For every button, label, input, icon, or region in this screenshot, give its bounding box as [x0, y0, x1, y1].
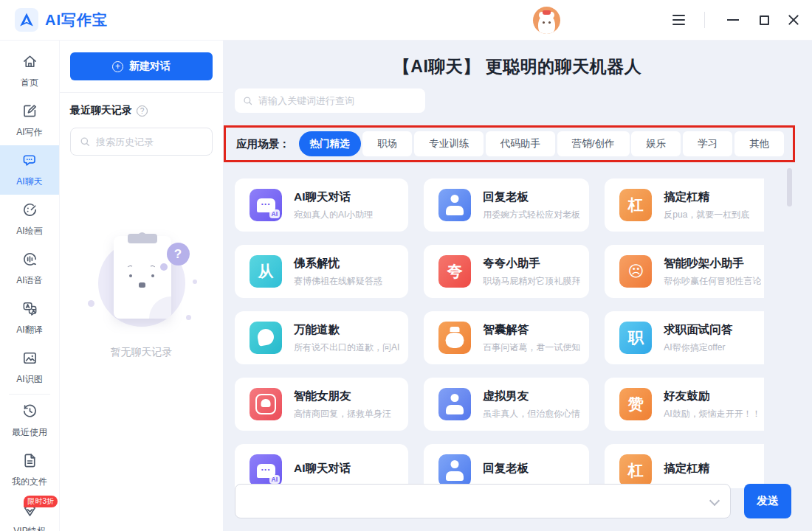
history-search-box: [70, 128, 213, 156]
home-icon: [21, 53, 38, 73]
message-composer: 发送: [235, 484, 791, 518]
card-subtitle: 职场马屁精对它顶礼膜拜: [483, 275, 580, 288]
tab-pro-training[interactable]: 专业训练: [414, 131, 484, 156]
card-subtitle: AI帮你搞定offer: [664, 341, 732, 354]
card-subtitle: 帮你吵赢任何冒犯性言论: [664, 275, 761, 288]
mascot-body: [538, 14, 555, 34]
scenario-label: 应用场景：: [236, 137, 290, 151]
pencil-square-icon: [21, 103, 38, 122]
sidebar-item-ai-vision[interactable]: AI识图: [0, 343, 59, 392]
card-virtual-boyfriend[interactable]: 虚拟男友 虽非真人，但治愈你心情: [424, 378, 589, 431]
sidebar-item-my-files[interactable]: 我的文件: [0, 445, 59, 495]
card-title: 回复老板: [483, 190, 580, 205]
palette-face-icon: [21, 201, 38, 221]
card-reply-boss-2[interactable]: 回复老板: [424, 444, 589, 488]
bot-card-grid: ···AI AI聊天对话 宛如真人的AI小助理 回复老板 用委婉方式轻松应对老板: [235, 178, 764, 488]
tab-other[interactable]: 其他: [734, 131, 784, 156]
card-title: 智囊解答: [483, 322, 580, 338]
card-subtitle: 赛博佛祖在线解疑答惑: [294, 275, 382, 288]
main-content: 【AI聊天】 更聪明的聊天机器人 应用场景： 热门精选 职场 专业训练 代码助手: [223, 41, 812, 531]
new-chat-button[interactable]: 新建对话: [70, 52, 213, 80]
history-clock-icon: [21, 403, 38, 423]
tab-code-assistant[interactable]: 代码助手: [486, 131, 555, 156]
card-buddhist-relief[interactable]: 从 佛系解忧 赛博佛祖在线解疑答惑: [235, 245, 408, 298]
card-title: AI聊天对话: [294, 190, 373, 205]
card-title: 智能女朋友: [294, 389, 391, 404]
card-subtitle: 百事问诸葛，君一试便知: [483, 341, 580, 354]
recent-chats-title: 最近聊天记录: [70, 104, 132, 117]
card-universal-apology[interactable]: 万能道歉 所有说不出口的道歉，问AI: [235, 311, 408, 364]
card-friend-encourage[interactable]: 赞 好友鼓励 AI鼓励，烦恼走开开！！！: [605, 378, 764, 431]
app-logo-icon: [15, 8, 38, 32]
tab-hot-picks[interactable]: 热门精选: [299, 131, 361, 156]
card-reply-boss[interactable]: 回复老板 用委婉方式轻松应对老板: [424, 178, 589, 232]
card-subtitle: AI鼓励，烦恼走开开！！！: [664, 408, 764, 420]
card-title: 搞定杠精: [664, 461, 709, 476]
plus-circle-icon: [112, 61, 123, 72]
boss-avatar-icon: [438, 189, 471, 221]
card-handle-troll[interactable]: 杠 搞定杠精 反pua，就要一杠到底: [605, 178, 764, 232]
girlfriend-icon: [250, 388, 282, 420]
sidebar-item-vip[interactable]: VIP特权 限时3折: [0, 495, 59, 531]
card-title: 好友鼓励: [664, 389, 764, 404]
empty-clipboard-illustration: [86, 232, 197, 334]
card-subtitle: 用委婉方式轻松应对老板: [483, 209, 580, 221]
card-title: 佛系解忧: [294, 256, 382, 271]
panel-divider: [60, 92, 223, 93]
hamburger-menu-icon[interactable]: [672, 15, 685, 25]
angry-face-icon: ☹: [619, 255, 652, 288]
translate-bubbles-icon: [21, 300, 38, 320]
mascot-avatar[interactable]: [533, 7, 560, 34]
boss-avatar-icon: [438, 454, 471, 487]
sidebar-item-recent[interactable]: 最近使用: [0, 396, 59, 445]
sidebar-item-ai-paint[interactable]: AI绘画: [0, 195, 59, 244]
close-button[interactable]: [787, 13, 800, 27]
sidebar-item-ai-translate[interactable]: AI翻译: [0, 294, 59, 343]
sidebar-item-home[interactable]: 首页: [0, 46, 59, 96]
card-handle-troll-2[interactable]: 杠 搞定杠精: [605, 444, 764, 488]
card-subtitle: 虽非真人，但治愈你心情: [483, 408, 580, 420]
tab-marketing-creation[interactable]: 营销/创作: [557, 131, 630, 156]
card-argue-helper[interactable]: ☹ 智能吵架小助手 帮你吵赢任何冒犯性言论: [605, 245, 764, 298]
card-praise-helper[interactable]: 夸 夸夸小助手 职场马屁精对它顶礼膜拜: [424, 245, 589, 298]
sidebar: 首页 AI写作 AI聊天 AI绘画: [0, 41, 59, 531]
message-input[interactable]: [235, 485, 730, 518]
scrollbar-thumb[interactable]: [787, 168, 792, 206]
sidebar-item-ai-voice[interactable]: AI语音: [0, 244, 59, 294]
search-icon: [242, 95, 253, 106]
card-subtitle: 反pua，就要一杠到底: [664, 209, 749, 221]
zhi-char-icon: 职: [619, 322, 652, 354]
message-input-box: [235, 484, 731, 518]
help-icon[interactable]: [137, 105, 148, 117]
annotation-box: 应用场景： 热门精选 职场 专业训练 代码助手 营销/创作 娱乐: [224, 125, 795, 162]
titlebar-divider: [704, 12, 705, 28]
sidebar-item-ai-chat[interactable]: AI聊天: [0, 145, 59, 195]
history-search-input[interactable]: [96, 136, 204, 148]
empty-state: 暂无聊天记录: [70, 232, 213, 359]
tab-entertainment[interactable]: 娱乐: [631, 131, 681, 156]
app-window: AI写作宝 首页 AI写作: [0, 0, 812, 531]
gang-char-icon: 杠: [619, 454, 652, 487]
card-title: 虚拟男友: [483, 389, 580, 404]
card-ai-chat[interactable]: ···AI AI聊天对话 宛如真人的AI小助理: [235, 178, 408, 232]
voice-wave-icon: [21, 251, 38, 271]
dove-icon: [250, 322, 282, 354]
sidebar-item-ai-write[interactable]: AI写作: [0, 96, 59, 145]
maximize-button[interactable]: [760, 15, 769, 25]
minimize-button[interactable]: [727, 19, 739, 21]
card-title: AI聊天对话: [294, 461, 351, 476]
card-subtitle: 所有说不出口的道歉，问AI: [294, 341, 399, 354]
card-ai-girlfriend[interactable]: 智能女朋友 高情商回复，拯救单身汪: [235, 378, 408, 431]
question-badge-icon: [167, 243, 190, 266]
card-wisdom-answers[interactable]: 智囊解答 百事问诸葛，君一试便知: [424, 311, 589, 364]
card-job-interview[interactable]: 职 求职面试问答 AI帮你搞定offer: [605, 311, 764, 364]
send-button[interactable]: 发送: [744, 484, 791, 518]
limited-discount-badge: 限时3折: [24, 496, 58, 507]
card-ai-chat-2[interactable]: ···AI AI聊天对话: [235, 444, 408, 488]
tab-study[interactable]: 学习: [683, 131, 732, 156]
card-title: 求职面试问答: [664, 322, 732, 338]
tab-workplace[interactable]: 职场: [362, 131, 412, 156]
chat-bubble-ai-icon: ···AI: [250, 454, 282, 487]
keyword-search-input[interactable]: [258, 95, 418, 106]
mascot-bow: [543, 10, 551, 15]
